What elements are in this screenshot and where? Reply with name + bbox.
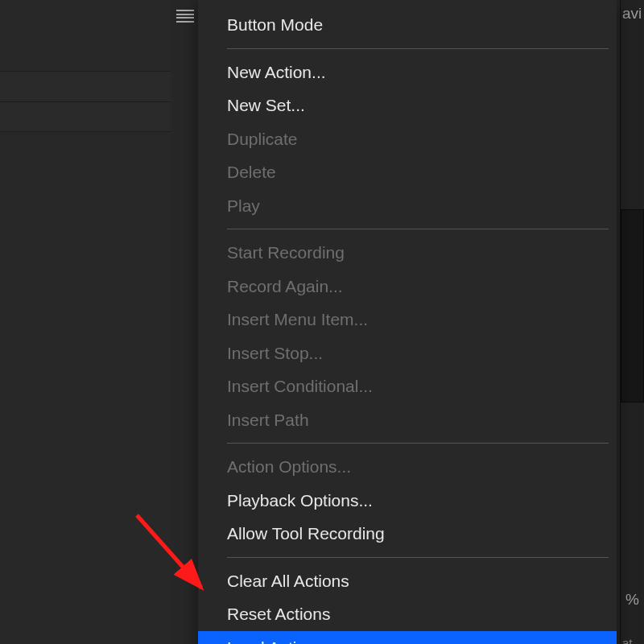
menu-item-load-actions[interactable]: Load Actions...: [198, 631, 617, 645]
menu-item-play: Play: [198, 189, 617, 223]
partial-text: avi: [622, 5, 642, 23]
panel-menu-icon[interactable]: [176, 10, 194, 23]
menu-item-delete: Delete: [198, 155, 617, 189]
menu-separator: [227, 443, 609, 444]
menu-separator: [227, 229, 609, 229]
menu-item-playback-options[interactable]: Playback Options...: [198, 484, 617, 518]
menu-item-new-set[interactable]: New Set...: [198, 89, 617, 122]
menu-item-insert-stop: Insert Stop...: [198, 336, 617, 370]
menu-item-duplicate: Duplicate: [198, 122, 617, 156]
menu-item-record-again: Record Again...: [198, 270, 617, 303]
menu-separator: [227, 48, 609, 49]
menu-item-clear-all-actions[interactable]: Clear All Actions: [198, 564, 617, 598]
panel-rows: [0, 71, 171, 132]
panel-row: [0, 71, 171, 101]
actions-panel-flyout-menu[interactable]: Button ModeNew Action...New Set...Duplic…: [198, 0, 617, 644]
menu-item-allow-tool-recording[interactable]: Allow Tool Recording: [198, 517, 617, 551]
partial-text: at: [622, 636, 633, 644]
menu-item-reset-actions[interactable]: Reset Actions: [198, 597, 617, 631]
menu-item-start-recording: Start Recording: [198, 236, 617, 270]
menu-item-action-options: Action Options...: [198, 450, 617, 484]
menu-item-new-action[interactable]: New Action...: [198, 56, 617, 89]
menu-separator: [227, 557, 609, 558]
preview-box-edge: [621, 209, 644, 402]
menu-item-insert-path: Insert Path: [198, 403, 617, 437]
panel-row: [0, 101, 171, 132]
menu-item-button-mode[interactable]: Button Mode: [198, 8, 617, 42]
partial-text: %: [625, 591, 639, 609]
right-panel-edge: avi % at: [620, 0, 644, 644]
menu-item-insert-menu-item: Insert Menu Item...: [198, 303, 617, 336]
menu-item-insert-conditional: Insert Conditional...: [198, 369, 617, 403]
actions-panel-background: [0, 0, 171, 644]
